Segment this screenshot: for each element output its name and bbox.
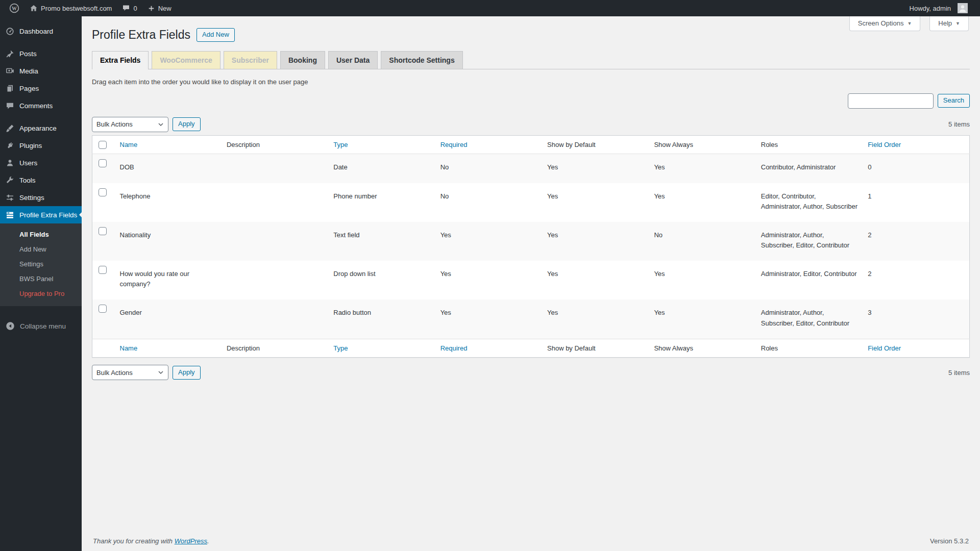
tab-woocommerce[interactable]: WooCommerce — [152, 51, 220, 69]
table-row-dob: DOBDateNoYesYesContributor, Administrato… — [92, 154, 970, 183]
my-account-menu[interactable]: Howdy, admin — [904, 0, 973, 16]
row-checkbox[interactable] — [99, 305, 107, 313]
sidebar-item-plugins[interactable]: Plugins — [0, 137, 82, 154]
items-count-top: 5 items — [948, 120, 970, 128]
cell-description — [222, 261, 328, 299]
column-header-type[interactable]: Type — [328, 339, 435, 358]
submenu-item-add-new[interactable]: Add New — [0, 242, 82, 257]
sidebar-item-posts[interactable]: Posts — [0, 45, 82, 62]
tab-subscriber[interactable]: Subscriber — [224, 51, 277, 69]
fields-table-head: NameDescriptionTypeRequiredShow by Defau… — [92, 135, 970, 154]
settings-icon — [5, 193, 15, 202]
column-header-name[interactable]: Name — [115, 135, 222, 154]
sidebar-item-label: Media — [19, 67, 38, 75]
cell-name: Telephone — [115, 183, 222, 222]
site-name-link[interactable]: Promo bestwebsoft.com — [24, 0, 117, 16]
sidebar-item-label: Users — [19, 159, 37, 167]
cell-field-order: 3 — [863, 299, 969, 339]
submenu-item-bws-panel[interactable]: BWS Panel — [0, 271, 82, 286]
help-button[interactable]: Help ▼ — [929, 16, 969, 31]
table-row-how-would-you-rate-our-company: How would you rate our company?Drop down… — [92, 261, 970, 299]
cell-type: Date — [328, 154, 435, 183]
tab-booking[interactable]: Booking — [280, 51, 325, 69]
comments-count: 0 — [133, 5, 137, 12]
row-checkbox[interactable] — [99, 188, 107, 196]
users-icon — [5, 159, 15, 167]
sidebar-item-appearance[interactable]: Appearance — [0, 119, 82, 137]
column-header-field-order[interactable]: Field Order — [863, 135, 969, 154]
search-button[interactable]: Search — [938, 94, 970, 108]
add-new-button[interactable]: Add New — [197, 28, 235, 42]
tab-user-data[interactable]: User Data — [328, 51, 378, 69]
sidebar-item-users[interactable]: Users — [0, 154, 82, 171]
select-all-checkbox[interactable] — [99, 141, 107, 149]
new-label: New — [158, 5, 172, 12]
sidebar-item-pages[interactable]: Pages — [0, 80, 82, 97]
cell-show-by-default: Yes — [542, 261, 649, 299]
sidebar-item-settings[interactable]: Settings — [0, 189, 82, 206]
column-header-required[interactable]: Required — [435, 339, 542, 358]
apply-button-top[interactable]: Apply — [173, 117, 201, 131]
bulk-actions-select[interactable]: Bulk Actions — [92, 117, 168, 132]
column-header-show-always: Show Always — [649, 339, 755, 358]
wordpress-link[interactable]: WordPress — [175, 537, 207, 545]
media-icon — [5, 67, 15, 76]
column-header-name[interactable]: Name — [115, 339, 222, 358]
sidebar-item-dashboard[interactable]: Dashboard — [0, 22, 82, 40]
cell-roles: Administrator, Author, Subscriber, Edito… — [756, 299, 863, 339]
posts-icon — [5, 49, 15, 58]
collapse-menu-button[interactable]: Collapse menu — [0, 317, 82, 335]
cell-show-always: Yes — [649, 299, 755, 339]
comments-icon — [5, 102, 15, 110]
column-header-type[interactable]: Type — [328, 135, 435, 154]
table-row-gender: GenderRadio buttonYesYesYesAdministrator… — [92, 299, 970, 339]
comments-bubble[interactable]: 0 — [117, 0, 142, 16]
cell-name: How would you rate our company? — [115, 261, 222, 299]
column-header-show-by-default: Show by Default — [542, 135, 649, 154]
column-header-required[interactable]: Required — [435, 135, 542, 154]
tab-extra-fields[interactable]: Extra Fields — [92, 51, 149, 69]
cell-roles: Contributor, Administrator — [756, 154, 863, 183]
tools-icon — [5, 176, 15, 185]
cell-type: Text field — [328, 222, 435, 261]
bulk-actions-select-bottom[interactable]: Bulk Actions — [92, 365, 168, 380]
sidebar-menu: DashboardPostsMediaPagesCommentsAppearan… — [0, 16, 82, 223]
sidebar-item-comments[interactable]: Comments — [0, 97, 82, 114]
admin-footer: Thank you for creating with WordPress. V… — [92, 532, 970, 551]
sidebar-item-label: Comments — [19, 102, 53, 110]
wordpress-logo-menu[interactable]: W — [4, 0, 24, 16]
screen-options-label: Screen Options — [858, 19, 904, 27]
cell-field-order: 0 — [863, 154, 969, 183]
tab-shortcode-settings[interactable]: Shortcode Settings — [381, 51, 462, 69]
sidebar-item-tools[interactable]: Tools — [0, 171, 82, 189]
submenu-item-upgrade-to-pro[interactable]: Upgrade to Pro — [0, 286, 82, 301]
sidebar-item-media[interactable]: Media — [0, 62, 82, 80]
dashboard-icon — [5, 27, 15, 36]
checkbox-column-header — [92, 135, 115, 154]
apply-button-bottom[interactable]: Apply — [173, 366, 201, 380]
sidebar-item-profile-extra-fields[interactable]: Profile Extra Fields — [0, 206, 82, 223]
tab-bar: Extra FieldsWooCommerceSubscriberBooking… — [92, 51, 970, 69]
sidebar-item-label: Dashboard — [19, 28, 53, 35]
menu-separator — [0, 40, 82, 45]
row-checkbox[interactable] — [99, 227, 107, 235]
chevron-down-icon: ▼ — [955, 21, 960, 26]
submenu-item-all-fields[interactable]: All Fields — [0, 227, 82, 242]
search-input[interactable] — [848, 93, 934, 109]
row-checkbox[interactable] — [99, 159, 107, 167]
wordpress-logo-icon: W — [9, 3, 19, 13]
table-row-telephone: TelephonePhone numberNoYesYesEditor, Con… — [92, 183, 970, 222]
row-checkbox[interactable] — [99, 266, 107, 274]
cell-type: Radio button — [328, 299, 435, 339]
column-header-field-order[interactable]: Field Order — [863, 339, 969, 358]
cell-show-always: Yes — [649, 183, 755, 222]
sidebar-item-label: Posts — [19, 50, 37, 58]
submenu-item-settings[interactable]: Settings — [0, 257, 82, 271]
appearance-icon — [5, 124, 15, 133]
main-content: Screen Options ▼ Help ▼ Profile Extra Fi… — [82, 16, 980, 551]
sidebar-item-label: Plugins — [19, 142, 42, 149]
new-content-menu[interactable]: New — [142, 0, 177, 16]
screen-options-button[interactable]: Screen Options ▼ — [849, 16, 921, 31]
cell-show-by-default: Yes — [542, 183, 649, 222]
cell-name: Gender — [115, 299, 222, 339]
